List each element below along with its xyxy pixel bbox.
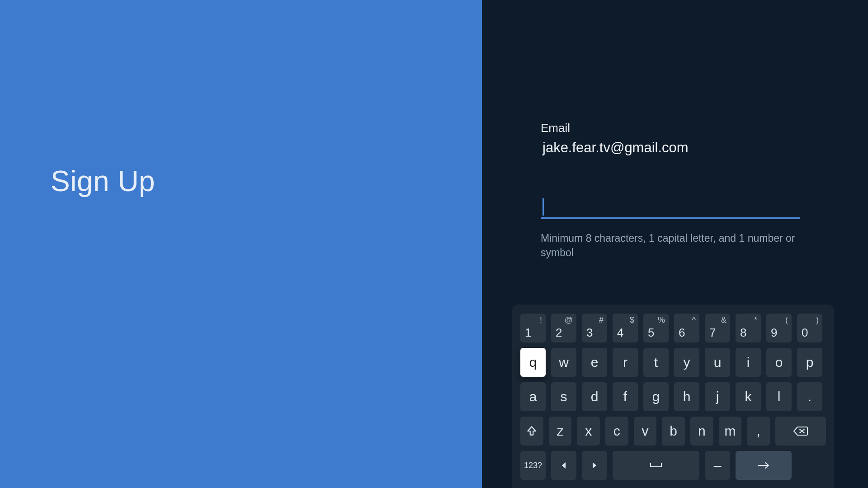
- key-5[interactable]: 5%: [643, 314, 669, 343]
- key-6[interactable]: 6^: [674, 314, 699, 343]
- key-p[interactable]: p: [797, 348, 822, 377]
- keyboard-row-numbers: 1! 2@ 3# 4$ 5% 6^ 7& 8* 9( 0): [520, 314, 826, 343]
- key-3[interactable]: 3#: [582, 314, 607, 343]
- keyboard-row-a: a s d f g h j k l .: [520, 382, 826, 411]
- key-j[interactable]: j: [705, 382, 730, 411]
- key-b[interactable]: b: [662, 417, 685, 446]
- app-root: Sign Up Email jake.fear.tv@gmail.com Min…: [0, 0, 868, 488]
- key-0[interactable]: 0): [797, 314, 822, 343]
- key-o[interactable]: o: [766, 348, 792, 377]
- key-period[interactable]: .: [797, 382, 822, 411]
- key-w[interactable]: w: [551, 348, 576, 377]
- email-value[interactable]: jake.fear.tv@gmail.com: [541, 140, 800, 156]
- svg-marker-3: [593, 462, 596, 469]
- key-backspace[interactable]: [775, 417, 826, 446]
- password-input[interactable]: [541, 197, 800, 219]
- key-enter[interactable]: [736, 451, 792, 480]
- key-s[interactable]: s: [551, 382, 576, 411]
- key-y[interactable]: y: [674, 348, 699, 377]
- key-8[interactable]: 8*: [736, 314, 761, 343]
- shift-icon: [526, 425, 538, 437]
- key-d[interactable]: d: [582, 382, 607, 411]
- left-panel: Sign Up: [0, 0, 482, 488]
- key-space[interactable]: [613, 451, 699, 480]
- onscreen-keyboard: 1! 2@ 3# 4$ 5% 6^ 7& 8* 9( 0) q w e r t …: [512, 305, 834, 488]
- key-cursor-right[interactable]: [582, 451, 607, 480]
- key-r[interactable]: r: [613, 348, 638, 377]
- key-z[interactable]: z: [549, 417, 572, 446]
- key-c[interactable]: c: [605, 417, 628, 446]
- key-dash[interactable]: –: [705, 451, 730, 480]
- key-n[interactable]: n: [690, 417, 713, 446]
- key-7[interactable]: 7&: [705, 314, 730, 343]
- key-t[interactable]: t: [643, 348, 669, 377]
- backspace-icon: [793, 425, 808, 437]
- email-label: Email: [541, 121, 800, 135]
- key-4[interactable]: 4$: [613, 314, 638, 343]
- key-q[interactable]: q: [520, 348, 546, 377]
- space-icon: [649, 462, 663, 469]
- key-cursor-left[interactable]: [551, 451, 576, 480]
- key-k[interactable]: k: [736, 382, 761, 411]
- key-u[interactable]: u: [705, 348, 730, 377]
- keyboard-row-bottom: 123? –: [520, 451, 826, 480]
- key-comma[interactable]: ,: [747, 417, 770, 446]
- password-hint: Minimum 8 characters, 1 capital letter, …: [541, 231, 800, 260]
- key-shift[interactable]: [520, 417, 543, 446]
- text-caret: [542, 198, 544, 216]
- key-2[interactable]: 2@: [551, 314, 576, 343]
- key-e[interactable]: e: [582, 348, 607, 377]
- arrow-right-long-icon: [756, 461, 771, 470]
- svg-marker-2: [562, 462, 566, 469]
- key-h[interactable]: h: [674, 382, 699, 411]
- key-m[interactable]: m: [719, 417, 742, 446]
- key-a[interactable]: a: [520, 382, 546, 411]
- signup-form: Email jake.fear.tv@gmail.com Minimum 8 c…: [541, 121, 800, 260]
- arrow-left-icon: [561, 461, 567, 469]
- page-title: Sign Up: [51, 164, 155, 198]
- keyboard-row-z: z x c v b n m ,: [520, 417, 826, 446]
- keyboard-row-q: q w e r t y u i o p: [520, 348, 826, 377]
- key-f[interactable]: f: [613, 382, 638, 411]
- right-panel: Email jake.fear.tv@gmail.com Minimum 8 c…: [482, 0, 868, 488]
- key-mode-toggle[interactable]: 123?: [520, 451, 546, 480]
- key-l[interactable]: l: [766, 382, 792, 411]
- key-x[interactable]: x: [577, 417, 600, 446]
- key-g[interactable]: g: [643, 382, 669, 411]
- key-9[interactable]: 9(: [766, 314, 792, 343]
- key-v[interactable]: v: [634, 417, 657, 446]
- key-1[interactable]: 1!: [520, 314, 546, 343]
- key-i[interactable]: i: [736, 348, 761, 377]
- arrow-right-icon: [591, 461, 598, 469]
